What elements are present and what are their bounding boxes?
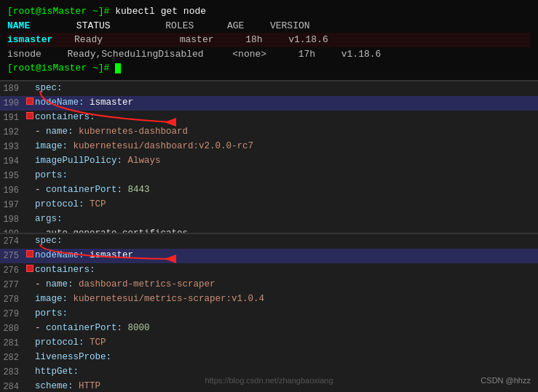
isnode-roles: <none> xyxy=(232,49,266,60)
content-198: args: xyxy=(35,212,538,226)
content-274: spec: xyxy=(35,234,538,248)
editor-section-2: 274 spec: 275 nodeName: ismaster 276 con… xyxy=(0,233,538,388)
watermark-url: https://blog.csdn.net/zhangbaoxiang xyxy=(205,376,333,385)
line-196: 196 - containerPort: 8443 xyxy=(0,183,538,198)
content-190: nodeName: ismaster xyxy=(35,96,538,110)
content-282: livenessProbe: xyxy=(35,351,538,364)
prompt-2: [root@isMaster ~]# xyxy=(7,63,115,73)
content-280: - containerPort: 8000 xyxy=(35,321,538,335)
line-282: 282 livenessProbe: xyxy=(0,351,538,365)
linenum-279: 279 xyxy=(3,308,25,321)
terminal-isnode-row: isnode Ready,SchedulingDisabled <none> 1… xyxy=(7,47,531,62)
linenum-284: 284 xyxy=(3,380,25,392)
terminal-prompt-line: [root@isMaster ~]# xyxy=(7,61,531,76)
ismaster-status: Ready xyxy=(74,34,103,45)
line-192: 192 - name: kubernetes-dashboard xyxy=(0,125,538,140)
prompt-1: [root@isMaster ~]# xyxy=(7,6,115,17)
line-275: 275 nodeName: ismaster xyxy=(0,249,538,263)
marker-191 xyxy=(25,111,35,124)
linenum-192: 192 xyxy=(3,126,25,140)
linenum-283: 283 xyxy=(3,366,25,380)
linenum-278: 278 xyxy=(3,293,25,307)
content-194: imagePullPolicy: Always xyxy=(35,154,538,168)
linenum-197: 197 xyxy=(3,199,25,212)
line-276: 276 containers: xyxy=(0,263,538,278)
col-name: NAME xyxy=(7,20,30,31)
node-ismaster: ismaster xyxy=(7,34,52,45)
line-193: 193 image: kubernetesui/dashboard:v2.0.0… xyxy=(0,140,538,154)
linenum-274: 274 xyxy=(3,235,25,249)
col-age: AGE xyxy=(227,20,244,31)
watermark-author: CSDN @hhzz xyxy=(480,376,531,385)
terminal-ismaster-row: ismaster Ready master 18h v1.18.6 xyxy=(7,33,531,47)
linenum-191: 191 xyxy=(3,111,25,125)
content-281: protocol: TCP xyxy=(35,336,538,350)
line-281: 281 protocol: TCP xyxy=(0,336,538,351)
ismaster-roles: master xyxy=(180,34,214,45)
line-195: 195 ports: xyxy=(0,169,538,183)
line-189: 189 spec: xyxy=(0,81,538,96)
linenum-196: 196 xyxy=(3,184,25,198)
ismaster-version: v1.18.6 xyxy=(288,34,328,45)
line-277: 277 - name: dashboard-metrics-scraper xyxy=(0,278,538,292)
col-version: VERSION xyxy=(270,20,310,31)
line-197: 197 protocol: TCP xyxy=(0,198,538,212)
line-278: 278 image: kubernetesui/metrics-scraper:… xyxy=(0,292,538,307)
marker-275 xyxy=(25,249,35,263)
terminal-header: NAME STATUS ROLES AGE VERSION xyxy=(7,19,531,33)
linenum-280: 280 xyxy=(3,322,25,336)
col-status: STATUS xyxy=(76,20,111,31)
editor-section-1: 189 spec: 190 nodeName: ismaster 191 con… xyxy=(0,80,538,233)
line-279: 279 ports: xyxy=(0,307,538,321)
cmd-1: kubectl get node xyxy=(115,6,206,17)
linenum-275: 275 xyxy=(3,249,25,263)
content-195: ports: xyxy=(35,169,538,183)
red-square-190 xyxy=(26,97,33,105)
terminal-section: [root@isMaster ~]# kubectl get node NAME… xyxy=(0,0,538,80)
line-198: 198 args: xyxy=(0,212,538,227)
line-190: 190 nodeName: ismaster xyxy=(0,96,538,111)
linenum-195: 195 xyxy=(3,169,25,183)
red-square-275 xyxy=(26,250,33,257)
linenum-282: 282 xyxy=(3,351,25,365)
col-roles: ROLES xyxy=(165,20,194,31)
node-isnode: isnode xyxy=(7,49,41,60)
code-editor-1: 189 spec: 190 nodeName: ismaster 191 con… xyxy=(0,80,538,233)
marker-276 xyxy=(25,263,35,277)
content-196: - containerPort: 8443 xyxy=(35,183,538,197)
linenum-190: 190 xyxy=(3,97,25,111)
code-editor-2: 274 spec: 275 nodeName: ismaster 276 con… xyxy=(0,233,538,388)
content-189: spec: xyxy=(35,81,538,95)
content-275: nodeName: ismaster xyxy=(35,249,538,263)
linenum-194: 194 xyxy=(3,155,25,169)
linenum-189: 189 xyxy=(3,82,25,96)
line-194: 194 imagePullPolicy: Always xyxy=(0,154,538,169)
isnode-version: v1.18.6 xyxy=(341,49,381,60)
red-square-276 xyxy=(26,265,33,272)
isnode-status: Ready,SchedulingDisabled xyxy=(67,49,203,60)
linenum-276: 276 xyxy=(3,264,25,278)
marker-190 xyxy=(25,96,35,110)
terminal-line-1: [root@isMaster ~]# kubectl get node xyxy=(7,4,531,19)
content-277: - name: dashboard-metrics-scraper xyxy=(35,278,538,292)
line-274: 274 spec: xyxy=(0,234,538,249)
line-280: 280 - containerPort: 8000 xyxy=(0,321,538,336)
content-192: - name: kubernetes-dashboard xyxy=(35,125,538,139)
content-279: ports: xyxy=(35,307,538,321)
linenum-193: 193 xyxy=(3,140,25,154)
ismaster-age: 18h xyxy=(245,34,262,45)
linenum-277: 277 xyxy=(3,279,25,292)
linenum-281: 281 xyxy=(3,337,25,351)
linenum-198: 198 xyxy=(3,213,25,227)
content-193: image: kubernetesui/dashboard:v2.0.0-rc7 xyxy=(35,140,538,153)
content-197: protocol: TCP xyxy=(35,198,538,212)
isnode-age: 17h xyxy=(298,49,315,60)
line-191: 191 containers: xyxy=(0,111,538,125)
content-276: containers: xyxy=(35,263,538,277)
red-square-191 xyxy=(26,112,33,119)
content-278: image: kubernetesui/metrics-scraper:v1.0… xyxy=(35,292,538,306)
content-191: containers: xyxy=(35,111,538,124)
terminal-cursor xyxy=(115,63,121,73)
